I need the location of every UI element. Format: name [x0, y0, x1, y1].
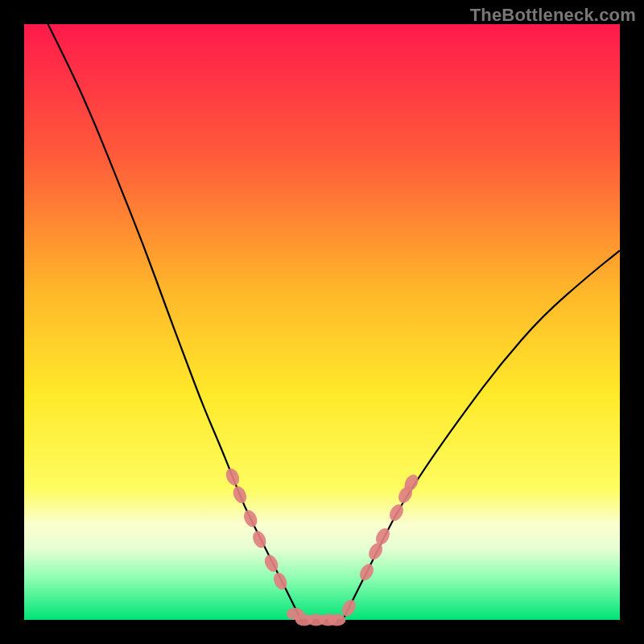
series-left-curve — [48, 24, 302, 620]
marker-point — [328, 614, 346, 626]
marker-point — [262, 553, 281, 574]
watermark-text: TheBottleneck.com — [470, 5, 636, 26]
chart-frame: TheBottleneck.com — [0, 0, 644, 644]
marker-point — [230, 484, 249, 505]
series-right-curve — [343, 250, 620, 620]
marker-point — [224, 466, 242, 487]
marker-point — [357, 562, 377, 584]
marker-point — [242, 508, 260, 529]
marker-point — [387, 502, 407, 524]
curves-layer — [24, 24, 620, 620]
marker-point — [250, 529, 269, 550]
marker-point — [271, 571, 290, 592]
plot-area — [24, 24, 620, 620]
